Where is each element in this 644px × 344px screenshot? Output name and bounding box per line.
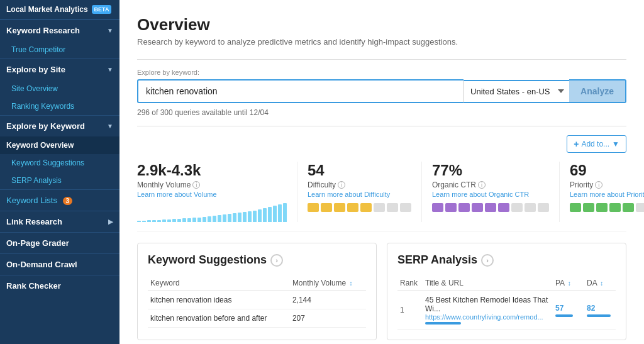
metric-priority: 69 Priority i Learn more about Priority [560,162,644,222]
keyword-cell: kitchen renovation before and after [148,309,290,328]
search-label: Explore by keyword: [137,69,626,76]
analyze-button[interactable]: Analyze [569,79,626,103]
da-mini-bar [587,314,611,317]
queries-info: 296 of 300 queries available until 12/04 [137,108,626,117]
pa-mini-bar [555,314,573,317]
metric-learn-more-ctr[interactable]: Learn more about Organic CTR [432,191,549,198]
metric-learn-more-volume[interactable]: Learn more about Volume [137,191,287,198]
metric-value-ctr: 77% [432,162,549,179]
serp-analysis-panel: SERP Analysis › Rank Title & URL [387,243,626,340]
col-rank: Rank [397,275,423,291]
info-icon: i [192,181,200,189]
main-content: Overview Research by keyword to analyze … [119,0,644,344]
table-row: kitchen renovation before and after 207 [148,309,366,328]
sort-icon: ↕ [568,280,571,287]
sidebar-item-keyword-lists[interactable]: Keyword Lists 3 [0,189,119,211]
metric-label-priority: Priority i [570,180,644,189]
metric-value-volume: 2.9k-4.3k [137,162,287,179]
search-row: United States - en-US Analyze [137,79,626,103]
volume-cell: 207 [290,309,366,328]
pa-bar-row [425,322,550,325]
mini-bar-chart-volume [137,203,287,222]
metric-organic-ctr: 77% Organic CTR i Learn more about Organ… [422,162,560,222]
sidebar-section-keyword-research[interactable]: Keyword Research ▼ [0,19,119,41]
beta-badge: BETA [92,5,112,14]
pa-cell: 57 [553,291,584,330]
title-url-cell: 45 Best Kitchen Remodel Ideas That Wi...… [423,291,553,330]
info-icon: i [478,181,486,189]
sidebar-item-keyword-suggestions[interactable]: Keyword Suggestions [0,154,119,172]
col-pa[interactable]: PA ↕ [553,275,584,291]
col-monthly-volume[interactable]: Monthly Volume ↕ [290,275,366,291]
sidebar-item-on-page-grader[interactable]: On-Page Grader [0,232,119,253]
info-icon: i [338,181,345,189]
keyword-suggestions-title: Keyword Suggestions › [148,253,366,267]
logo-text: Local Market Analytics [6,5,88,14]
table-row: 1 45 Best Kitchen Remodel Ideas That Wi.… [397,291,616,330]
page-title: Overview [137,15,626,35]
metric-value-priority: 69 [570,162,644,179]
sidebar-item-rank-checker[interactable]: Rank Checker [0,275,119,296]
col-da[interactable]: DA ↕ [584,275,616,291]
chevron-down-icon: ▼ [107,123,113,130]
navigate-icon[interactable]: › [270,254,283,267]
result-title: 45 Best Kitchen Remodel Ideas That Wi... [425,296,550,313]
result-url[interactable]: https://www.countryliving.com/remod... [425,313,550,321]
country-select[interactable]: United States - en-US [464,80,569,103]
metric-value-difficulty: 54 [308,162,411,179]
rank-cell: 1 [397,291,423,330]
chevron-down-icon: ▼ [107,66,113,73]
pa-bar [425,322,461,325]
plus-icon: + [574,139,579,149]
metrics-row: 2.9k-4.3k Monthly Volume i Learn more ab… [137,162,626,231]
ctr-bars [432,203,549,212]
chevron-down-icon: ▼ [612,140,619,148]
sidebar-item-site-overview[interactable]: Site Overview [0,80,119,97]
bottom-panels: Keyword Suggestions › Keyword Monthly Vo… [137,243,626,340]
sidebar-section-explore-by-site[interactable]: Explore by Site ▼ [0,58,119,80]
da-cell: 82 [584,291,616,330]
difficulty-bars [308,203,411,212]
sidebar-item-keyword-overview[interactable]: Keyword Overview [0,136,119,154]
sidebar-item-ranking-keywords[interactable]: Ranking Keywords [0,97,119,115]
col-title-url: Title & URL [423,275,553,291]
metric-difficulty: 54 Difficulty i Learn more about Difficu… [297,162,422,222]
serp-analysis-table: Rank Title & URL PA ↕ DA ↕ [397,275,616,330]
sidebar-logo: Local Market Analytics BETA [0,0,119,19]
col-keyword: Keyword [148,275,290,291]
volume-cell: 2,144 [290,291,366,309]
add-to-button[interactable]: + Add to... ▼ [567,135,626,153]
serp-analysis-title: SERP Analysis › [397,253,616,267]
sidebar-item-true-competitor[interactable]: True Competitor [0,41,119,58]
sidebar: Local Market Analytics BETA Keyword Rese… [0,0,119,344]
add-to-row: + Add to... ▼ [137,135,626,153]
metric-label-difficulty: Difficulty i [308,180,411,189]
priority-bars [570,203,644,212]
sidebar-item-serp-analysis[interactable]: SERP Analysis [0,172,119,189]
sidebar-item-link-research[interactable]: Link Research ▶ [0,211,119,232]
sidebar-section-explore-by-keyword[interactable]: Explore by Keyword ▼ [0,115,119,136]
metric-label-ctr: Organic CTR i [432,180,549,189]
sort-icon: ↕ [600,280,603,287]
page-subtitle: Research by keyword to analyze predictiv… [137,37,626,47]
metric-label-volume: Monthly Volume i [137,180,287,189]
info-icon: i [595,181,602,189]
metric-monthly-volume: 2.9k-4.3k Monthly Volume i Learn more ab… [137,162,297,222]
sidebar-item-on-demand-crawl[interactable]: On-Demand Crawl [0,253,119,275]
keyword-lists-badge: 3 [63,197,73,205]
keyword-suggestions-table: Keyword Monthly Volume ↕ kitchen renovat… [148,275,366,328]
metric-learn-more-priority[interactable]: Learn more about Priority [570,191,644,198]
keyword-suggestions-panel: Keyword Suggestions › Keyword Monthly Vo… [137,243,377,340]
sort-icon: ↕ [350,280,353,287]
table-row: kitchen renovation ideas 2,144 [148,291,366,309]
keyword-search-input[interactable] [137,79,464,103]
metric-learn-more-difficulty[interactable]: Learn more about Difficulty [308,191,411,198]
keyword-cell: kitchen renovation ideas [148,291,290,309]
navigate-icon[interactable]: › [481,254,494,267]
chevron-right-icon: ▶ [108,218,113,225]
chevron-down-icon: ▼ [107,27,113,34]
